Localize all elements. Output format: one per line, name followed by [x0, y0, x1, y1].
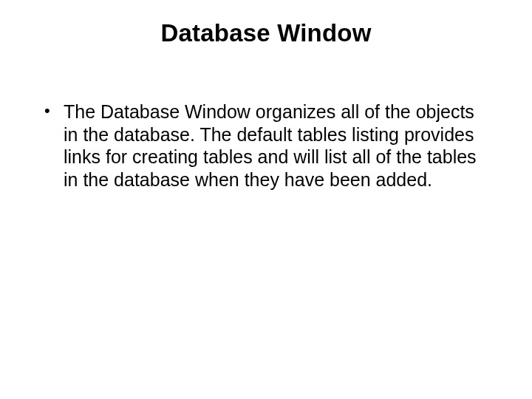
slide: Database Window The Database Window orga… [0, 0, 532, 399]
slide-body: The Database Window organizes all of the… [27, 100, 505, 191]
bullet-item: The Database Window organizes all of the… [64, 100, 491, 191]
slide-title: Database Window [27, 19, 505, 47]
